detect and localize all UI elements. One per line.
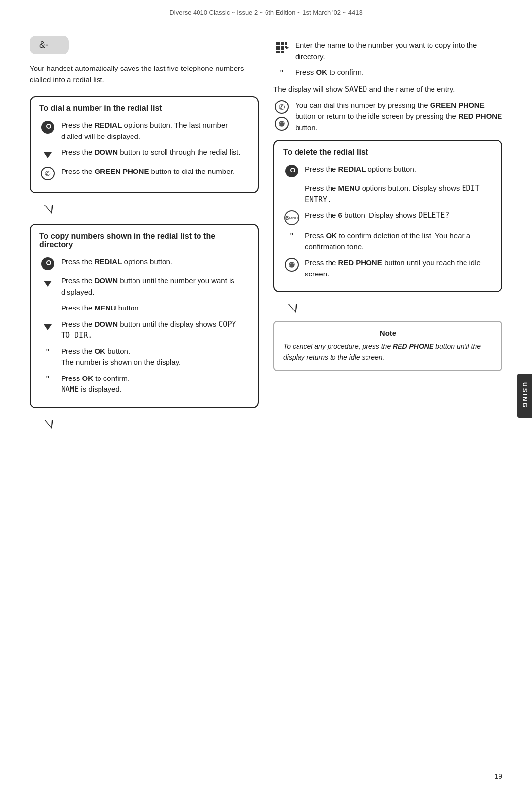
grid-icon bbox=[273, 40, 290, 54]
dial-step-1-text: Press the REDIAL options button. The las… bbox=[61, 120, 249, 142]
dial-step-3: ✆ Press the GREEN PHONE button to dial t… bbox=[39, 166, 249, 180]
svg-rect-14 bbox=[276, 46, 280, 50]
copy-step-2: Press the DOWN button until the number y… bbox=[39, 275, 249, 298]
delete-step-6mno: 6MNO Press the 6 button. Display shows D… bbox=[283, 210, 493, 225]
copy-step-2-text: Press the DOWN button until the number y… bbox=[61, 275, 249, 298]
right-column: Enter the name to the number you want to… bbox=[273, 36, 502, 432]
redial-icon-3 bbox=[283, 164, 300, 178]
svg-text:✆: ✆ bbox=[279, 103, 285, 111]
dial-step-1: Press the REDIAL options button. The las… bbox=[39, 120, 249, 142]
svg-rect-13 bbox=[285, 42, 287, 45]
svg-marker-3 bbox=[44, 152, 52, 158]
right-step-green-red: ✆ ◯ You can dial this number by pressing… bbox=[273, 100, 502, 134]
delete-step-6mno-text: Press the 6 button. Display shows DELETE… bbox=[305, 210, 493, 221]
redial-icon-1 bbox=[39, 120, 56, 134]
delete-step-ok: " Press OK to confirm deletion of the li… bbox=[283, 230, 493, 252]
down-arrow-icon-1 bbox=[39, 147, 56, 161]
copy-step-3-text: Press the DOWN button until the display … bbox=[61, 319, 249, 341]
intro-text: Your handset automatically saves the las… bbox=[30, 63, 259, 85]
copy-step-menu-text: Press the MENU button. bbox=[61, 303, 249, 314]
dial-step-3-text: Press the GREEN PHONE button to dial the… bbox=[61, 166, 249, 177]
copy-step-menu: Press the MENU button. bbox=[39, 303, 249, 314]
saved-text: The display will show SAVED and the name… bbox=[273, 84, 502, 95]
svg-marker-9 bbox=[44, 281, 52, 287]
red-phone-icon-2: ◯ bbox=[283, 258, 300, 272]
delete-step-1-text: Press the REDIAL options button. bbox=[305, 164, 493, 175]
svg-point-2 bbox=[47, 125, 50, 128]
right-step-ok: " Press OK to confirm. bbox=[273, 67, 502, 79]
ampersand-box: &- bbox=[30, 36, 69, 54]
svg-point-27 bbox=[291, 169, 294, 172]
page-number: 19 bbox=[494, 772, 502, 780]
red-phone-icon-1: ◯ bbox=[273, 117, 290, 131]
note-box-title: Note bbox=[283, 329, 493, 337]
section-dial-box: To dial a number in the redial list Pres… bbox=[30, 96, 259, 193]
quote-icon-3: " bbox=[273, 68, 290, 79]
dial-step-2: Press the DOWN button to scroll through … bbox=[39, 147, 249, 161]
svg-text:◯: ◯ bbox=[279, 121, 285, 127]
delete-step-menu: Press the MENU options button. Display s… bbox=[283, 183, 493, 205]
svg-point-8 bbox=[47, 261, 50, 264]
copy-step-5: " Press OK to confirm.NAME is displayed. bbox=[39, 373, 249, 395]
section-delete-title: To delete the redial list bbox=[283, 148, 493, 157]
copy-step-5-text: Press OK to confirm.NAME is displayed. bbox=[61, 373, 249, 395]
dial-idle-text: You can dial this number by pressing the… bbox=[295, 100, 502, 134]
delete-step-1: Press the REDIAL options button. bbox=[283, 164, 493, 178]
delete-step-red-text: Press the RED PHONE button until you rea… bbox=[305, 257, 493, 279]
right-top-steps: Enter the name to the number you want to… bbox=[273, 40, 502, 133]
note-box-text: To cancel any procedure, press the RED P… bbox=[283, 341, 493, 363]
right-step-grid-text: Enter the name to the number you want to… bbox=[295, 40, 502, 62]
svg-text:✆: ✆ bbox=[45, 170, 51, 177]
copy-step-4-text: Press the OK button.The number is shown … bbox=[61, 346, 249, 368]
delete-step-list: Press the REDIAL options button. Press t… bbox=[283, 164, 493, 279]
down-arrow-icon-2 bbox=[39, 276, 56, 290]
copy-step-1: Press the REDIAL options button. bbox=[39, 256, 249, 271]
quote-icon-4: " bbox=[283, 231, 300, 242]
green-phone-icon-1: ✆ bbox=[39, 167, 56, 180]
page-header: Diverse 4010 Classic ~ Issue 2 ~ 6th Edi… bbox=[0, 0, 532, 21]
svg-rect-17 bbox=[276, 51, 280, 53]
right-step-ok-text: Press OK to confirm. bbox=[295, 67, 502, 78]
section-delete-box: To delete the redial list Press the REDI… bbox=[273, 140, 502, 292]
copy-step-3: Press the DOWN button until the display … bbox=[39, 319, 249, 341]
section-copy-title: To copy numbers shown in the redial list… bbox=[39, 232, 249, 249]
green-phone-icon-2: ✆ bbox=[273, 100, 290, 114]
svg-rect-12 bbox=[281, 42, 284, 45]
dial-step-list: Press the REDIAL options button. The las… bbox=[39, 120, 249, 180]
redial-icon-2 bbox=[39, 257, 56, 271]
section-copy-box: To copy numbers shown in the redial list… bbox=[30, 224, 259, 408]
svg-marker-10 bbox=[44, 324, 52, 330]
using-tab: USING bbox=[517, 374, 532, 418]
svg-rect-18 bbox=[281, 51, 284, 53]
left-column: &- Your handset automatically saves the … bbox=[30, 36, 259, 432]
copy-step-4: " Press the OK button.The number is show… bbox=[39, 346, 249, 368]
copy-step-list: Press the REDIAL options button. Press t… bbox=[39, 256, 249, 395]
quote-icon-2: " bbox=[39, 374, 56, 385]
section-dial-title: To dial a number in the redial list bbox=[39, 104, 249, 113]
delete-step-red: ◯ Press the RED PHONE button until you r… bbox=[283, 257, 493, 279]
delete-step-ok-text: Press OK to confirm deletion of the list… bbox=[305, 230, 493, 252]
6mno-icon: 6MNO bbox=[283, 210, 300, 225]
delete-section-wrapper: To delete the redial list Press the REDI… bbox=[273, 140, 502, 313]
delete-step-menu-text: Press the MENU options button. Display s… bbox=[305, 183, 493, 205]
svg-rect-11 bbox=[276, 42, 280, 45]
dial-step-2-text: Press the DOWN button to scroll through … bbox=[61, 147, 249, 158]
right-step-grid: Enter the name to the number you want to… bbox=[273, 40, 502, 62]
down-arrow-icon-3 bbox=[39, 319, 56, 333]
copy-step-1-text: Press the REDIAL options button. bbox=[61, 256, 249, 268]
svg-rect-15 bbox=[281, 46, 284, 50]
note-box: Note To cancel any procedure, press the … bbox=[273, 321, 502, 371]
quote-icon-1: " bbox=[39, 346, 56, 358]
svg-text:◯: ◯ bbox=[289, 262, 295, 268]
